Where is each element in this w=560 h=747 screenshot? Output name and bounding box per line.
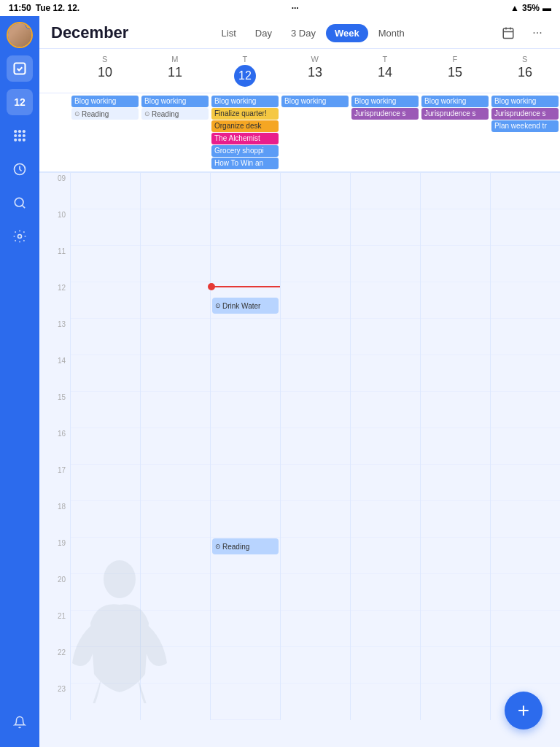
svg-point-9 bbox=[23, 139, 26, 142]
day-col-tue[interactable]: ⊙ Drink Water ⊙ Reading bbox=[210, 173, 280, 720]
svg-point-3 bbox=[23, 130, 26, 133]
avatar-badge bbox=[26, 22, 33, 29]
svg-rect-13 bbox=[503, 28, 513, 39]
add-event-fab[interactable]: + bbox=[505, 692, 542, 729]
tab-month[interactable]: Month bbox=[370, 24, 413, 42]
battery-icon: ▬ bbox=[542, 3, 551, 13]
day-header-tue[interactable]: T 12 bbox=[210, 52, 280, 90]
event-blog-sun[interactable]: Blog working bbox=[71, 96, 139, 107]
tab-list[interactable]: List bbox=[213, 24, 245, 42]
sidebar-item-calendar[interactable]: 12 bbox=[7, 89, 33, 115]
allday-wed: Blog working bbox=[280, 95, 350, 170]
event-plan-sat[interactable]: Plan weekend tr bbox=[491, 120, 559, 132]
sidebar-item-notifications[interactable] bbox=[7, 709, 33, 735]
sidebar-item-clock[interactable] bbox=[7, 156, 33, 182]
app-container: 12 bbox=[0, 16, 560, 747]
header-actions: ··· bbox=[497, 22, 548, 44]
avatar[interactable] bbox=[7, 22, 33, 48]
svg-point-12 bbox=[18, 235, 22, 239]
day-col-wed[interactable] bbox=[280, 173, 350, 720]
event-blog-fri[interactable]: Blog working bbox=[421, 96, 489, 107]
wifi-icon: ▲ bbox=[510, 3, 519, 13]
time-column: 09 10 11 12 13 14 15 16 17 18 19 20 21 2… bbox=[39, 173, 70, 720]
allday-sun: Blog working ⊙Reading bbox=[70, 95, 140, 170]
main-content: December List Day 3 Day Week Month ··· bbox=[39, 16, 560, 747]
calendar-grid: 09 10 11 12 13 14 15 16 17 18 19 20 21 2… bbox=[39, 173, 560, 747]
tab-day[interactable]: Day bbox=[246, 24, 281, 42]
event-grocery[interactable]: Grocery shoppi bbox=[211, 145, 279, 157]
allday-fri: Blog working Jurisprudence s bbox=[420, 95, 490, 170]
sidebar-date-number: 12 bbox=[14, 96, 26, 108]
sidebar: 12 bbox=[0, 16, 39, 747]
tab-week[interactable]: Week bbox=[326, 24, 368, 42]
svg-point-8 bbox=[18, 139, 21, 142]
header: December List Day 3 Day Week Month ··· bbox=[39, 16, 560, 49]
current-time-line bbox=[211, 286, 280, 287]
event-blog-sat[interactable]: Blog working bbox=[491, 96, 559, 107]
day-header-mon: M 11 bbox=[140, 52, 210, 90]
day-col-sat[interactable] bbox=[490, 173, 560, 720]
calendar-icon-btn[interactable] bbox=[497, 22, 519, 44]
svg-point-11 bbox=[15, 198, 23, 206]
status-bar: 11:50 Tue 12. 12. ··· ▲ 35% ▬ bbox=[0, 0, 560, 16]
allday-mon: Blog working ⊙Reading bbox=[140, 95, 210, 170]
day-header-wed: W 13 bbox=[280, 52, 350, 90]
event-howtowin[interactable]: How To Win an bbox=[211, 158, 279, 169]
time-display: 11:50 bbox=[9, 3, 31, 13]
view-nav: List Day 3 Day Week Month bbox=[213, 24, 413, 42]
svg-point-1 bbox=[14, 130, 17, 133]
event-reading-timed[interactable]: ⊙ Reading bbox=[212, 538, 279, 554]
event-finalize[interactable]: Finalize quarter! bbox=[211, 108, 279, 120]
event-alchemist[interactable]: The Alchemist bbox=[211, 133, 279, 144]
time-grid: 09 10 11 12 13 14 15 16 17 18 19 20 21 2… bbox=[39, 173, 560, 720]
sidebar-item-settings[interactable] bbox=[7, 223, 33, 249]
sidebar-item-apps[interactable] bbox=[7, 123, 33, 149]
allday-thu: Blog working Jurisprudence s bbox=[350, 95, 420, 170]
day-col-thu[interactable] bbox=[350, 173, 420, 720]
svg-point-6 bbox=[23, 134, 26, 137]
event-blog-tue[interactable]: Blog working bbox=[211, 96, 279, 107]
event-organize[interactable]: Organize desk bbox=[211, 120, 279, 132]
battery-display: 35% bbox=[522, 3, 540, 13]
allday-tue: Blog working Finalize quarter! Organize … bbox=[210, 95, 280, 170]
day-col-mon[interactable] bbox=[140, 173, 210, 720]
event-drink-water[interactable]: ⊙ Drink Water bbox=[212, 298, 279, 314]
svg-point-4 bbox=[14, 134, 17, 137]
event-blog-wed[interactable]: Blog working bbox=[281, 96, 349, 107]
event-juris-sat[interactable]: Jurisprudence s bbox=[491, 108, 559, 120]
date-display: Tue 12. 12. bbox=[36, 3, 79, 13]
day-header-thu: T 14 bbox=[350, 52, 420, 90]
day-col-sun[interactable] bbox=[70, 173, 140, 720]
day-header-fri: F 15 bbox=[420, 52, 490, 90]
month-title: December bbox=[51, 23, 128, 42]
event-reading-sun[interactable]: ⊙Reading bbox=[71, 108, 139, 120]
event-reading-mon[interactable]: ⊙Reading bbox=[141, 108, 209, 120]
svg-point-5 bbox=[18, 134, 21, 137]
event-blog-mon[interactable]: Blog working bbox=[141, 96, 209, 107]
event-juris-fri[interactable]: Jurisprudence s bbox=[421, 108, 489, 120]
status-dots: ··· bbox=[292, 3, 299, 13]
allday-row: Blog working ⊙Reading Blog working ⊙Read… bbox=[39, 93, 560, 173]
event-blog-thu[interactable]: Blog working bbox=[351, 96, 419, 107]
day-header-sun: S 10 bbox=[70, 52, 140, 90]
svg-point-7 bbox=[14, 139, 17, 142]
allday-sat: Blog working Jurisprudence s Plan weeken… bbox=[490, 95, 560, 170]
day-header-sat: S 16 bbox=[490, 52, 560, 90]
svg-rect-0 bbox=[15, 63, 26, 74]
event-juris-thu[interactable]: Jurisprudence s bbox=[351, 108, 419, 120]
tab-3day[interactable]: 3 Day bbox=[282, 24, 324, 42]
sidebar-item-search[interactable] bbox=[7, 190, 33, 216]
day-col-fri[interactable] bbox=[420, 173, 490, 720]
day-headers: S 10 M 11 T 12 W 13 T 14 F 15 bbox=[39, 49, 560, 93]
svg-point-2 bbox=[18, 130, 21, 133]
more-options-btn[interactable]: ··· bbox=[526, 22, 548, 44]
sidebar-item-tasks[interactable] bbox=[7, 55, 33, 82]
